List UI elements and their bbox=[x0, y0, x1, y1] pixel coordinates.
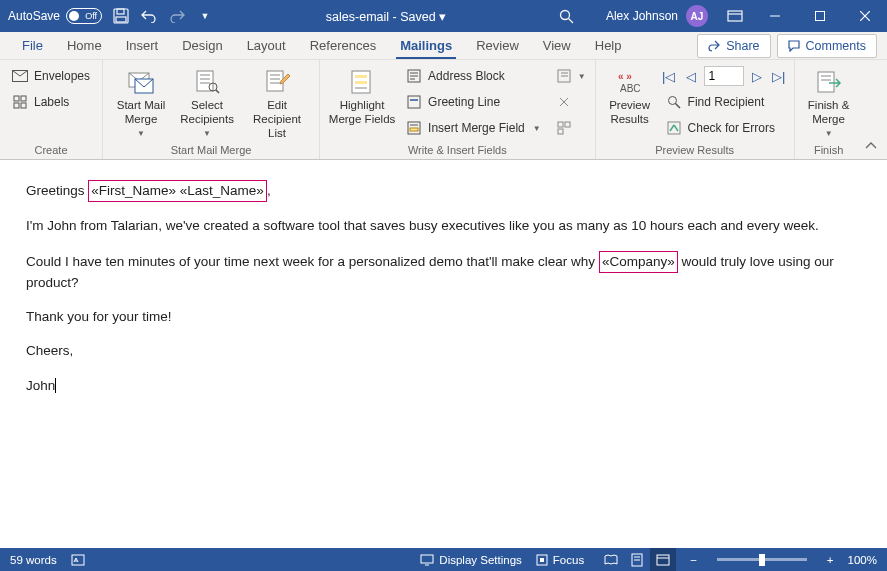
greeting-line-button[interactable]: Greeting Line bbox=[400, 91, 547, 113]
document-title: sales-email - Saved ▾ bbox=[326, 9, 446, 24]
match-fields-button[interactable] bbox=[553, 91, 589, 113]
tab-references[interactable]: References bbox=[298, 32, 388, 60]
zoom-out-button[interactable]: − bbox=[690, 554, 697, 566]
svg-point-49 bbox=[668, 97, 676, 105]
svg-line-50 bbox=[675, 104, 680, 109]
next-record-button[interactable]: ▷ bbox=[748, 67, 766, 85]
svg-rect-2 bbox=[116, 17, 126, 22]
zoom-in-button[interactable]: + bbox=[827, 554, 834, 566]
envelopes-label: Envelopes bbox=[34, 69, 90, 83]
button-label: Select Recipients bbox=[180, 99, 234, 127]
start-mail-merge-button[interactable]: Start Mail Merge ▼ bbox=[109, 63, 173, 138]
svg-rect-14 bbox=[14, 103, 19, 108]
button-label: Preview Results bbox=[609, 99, 650, 127]
focus-button[interactable]: Focus bbox=[536, 554, 584, 566]
record-nav: |◁ ◁ ▷ ▷| bbox=[660, 65, 788, 87]
qat-dropdown-icon[interactable]: ▼ bbox=[196, 7, 214, 25]
doc-p4: Thank you for your time! bbox=[26, 307, 861, 327]
svg-rect-12 bbox=[14, 96, 19, 101]
svg-rect-51 bbox=[668, 122, 680, 134]
maximize-button[interactable] bbox=[797, 0, 842, 32]
svg-line-23 bbox=[216, 90, 219, 93]
button-label: Highlight Merge Fields bbox=[329, 99, 395, 127]
envelopes-button[interactable]: Envelopes bbox=[6, 65, 96, 87]
spelling-status[interactable] bbox=[71, 553, 85, 567]
labels-icon bbox=[12, 94, 28, 110]
record-number-input[interactable] bbox=[704, 66, 744, 86]
search-icon[interactable] bbox=[558, 7, 576, 25]
svg-rect-29 bbox=[355, 75, 367, 78]
check-errors-button[interactable]: Check for Errors bbox=[660, 117, 788, 139]
rules-button[interactable]: ▼ bbox=[553, 65, 589, 87]
text-cursor bbox=[55, 378, 56, 393]
avatar[interactable]: AJ bbox=[686, 5, 708, 27]
save-icon[interactable] bbox=[112, 7, 130, 25]
word-count[interactable]: 59 words bbox=[10, 554, 57, 566]
button-label: Start Mail Merge bbox=[117, 99, 166, 127]
finish-merge-button[interactable]: Finish & Merge ▼ bbox=[801, 63, 857, 138]
labels-button[interactable]: Labels bbox=[6, 91, 96, 113]
first-record-button[interactable]: |◁ bbox=[660, 67, 678, 85]
ribbon-display-icon[interactable] bbox=[726, 7, 744, 25]
group-label: Preview Results bbox=[602, 142, 788, 159]
finish-icon bbox=[814, 67, 844, 97]
tab-review[interactable]: Review bbox=[464, 32, 531, 60]
tab-layout[interactable]: Layout bbox=[235, 32, 298, 60]
highlight-fields-button[interactable]: Highlight Merge Fields bbox=[326, 63, 398, 127]
spellcheck-icon bbox=[71, 553, 85, 567]
button-label: Find Recipient bbox=[688, 95, 765, 109]
check-icon bbox=[666, 120, 682, 136]
tab-home[interactable]: Home bbox=[55, 32, 114, 60]
zoom-slider[interactable] bbox=[717, 558, 807, 561]
select-recipients-button[interactable]: Select Recipients ▼ bbox=[175, 63, 239, 138]
address-block-button[interactable]: Address Block bbox=[400, 65, 547, 87]
share-button[interactable]: Share bbox=[697, 34, 770, 58]
group-create: Envelopes Labels Create bbox=[0, 60, 103, 159]
tab-view[interactable]: View bbox=[531, 32, 583, 60]
edit-recipient-list-button[interactable]: Edit Recipient List bbox=[241, 63, 313, 140]
close-button[interactable] bbox=[842, 0, 887, 32]
doc-p5: Cheers, bbox=[26, 341, 861, 361]
read-mode-button[interactable] bbox=[598, 548, 624, 571]
update-icon bbox=[556, 120, 572, 136]
preview-results-button[interactable]: « »ABC Preview Results bbox=[602, 63, 658, 127]
view-buttons bbox=[598, 548, 676, 571]
document-body[interactable]: Greetings «First_Name» «Last_Name», I'm … bbox=[0, 160, 887, 548]
update-labels-button[interactable] bbox=[553, 117, 589, 139]
redo-icon[interactable] bbox=[168, 7, 186, 25]
autosave-label: AutoSave bbox=[8, 9, 60, 23]
svg-rect-30 bbox=[355, 81, 367, 84]
last-record-button[interactable]: ▷| bbox=[770, 67, 788, 85]
insert-merge-field-button[interactable]: Insert Merge Field ▼ bbox=[400, 117, 547, 139]
zoom-level[interactable]: 100% bbox=[848, 554, 877, 566]
svg-rect-45 bbox=[565, 122, 570, 127]
find-recipient-button[interactable]: Find Recipient bbox=[660, 91, 788, 113]
svg-line-4 bbox=[569, 18, 574, 23]
button-label: Insert Merge Field bbox=[428, 121, 525, 135]
collapse-ribbon-button[interactable] bbox=[863, 137, 879, 153]
user-name[interactable]: Alex Johnson bbox=[606, 9, 678, 23]
labels-label: Labels bbox=[34, 95, 69, 109]
comments-button[interactable]: Comments bbox=[777, 34, 877, 58]
tab-design[interactable]: Design bbox=[170, 32, 234, 60]
minimize-button[interactable] bbox=[752, 0, 797, 32]
preview-icon: « »ABC bbox=[615, 67, 645, 97]
match-icon bbox=[556, 94, 572, 110]
button-label: Finish & Merge bbox=[808, 99, 850, 127]
tab-mailings[interactable]: Mailings bbox=[388, 32, 464, 60]
focus-icon bbox=[536, 554, 548, 566]
svg-point-3 bbox=[561, 10, 570, 19]
autosave-toggle[interactable]: AutoSave Off bbox=[8, 8, 102, 24]
doc-p3: Could I have ten minutes of your time ne… bbox=[26, 251, 861, 294]
prev-record-button[interactable]: ◁ bbox=[682, 67, 700, 85]
tab-file[interactable]: File bbox=[10, 32, 55, 60]
web-layout-button[interactable] bbox=[650, 548, 676, 571]
print-layout-button[interactable] bbox=[624, 548, 650, 571]
display-settings-button[interactable]: Display Settings bbox=[420, 554, 521, 566]
greeting-icon bbox=[406, 94, 422, 110]
tab-insert[interactable]: Insert bbox=[114, 32, 171, 60]
tab-help[interactable]: Help bbox=[583, 32, 634, 60]
ribbon-tabs: File Home Insert Design Layout Reference… bbox=[0, 32, 887, 60]
find-icon bbox=[666, 94, 682, 110]
undo-icon[interactable] bbox=[140, 7, 158, 25]
